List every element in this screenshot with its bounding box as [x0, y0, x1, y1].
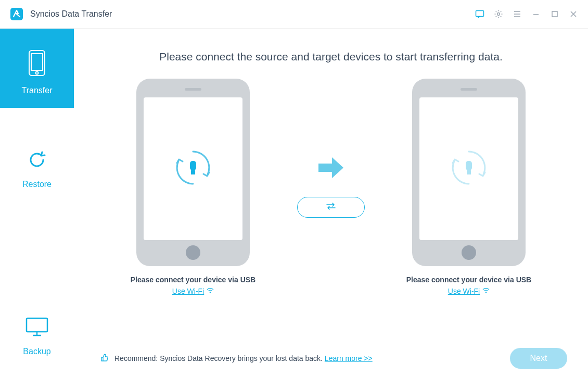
swap-icon [325, 202, 337, 213]
transfer-direction-arrow-icon [316, 156, 346, 181]
titlebar: Syncios Data Transfer [0, 0, 588, 29]
feedback-icon[interactable] [470, 5, 489, 23]
minimize-icon[interactable] [527, 5, 545, 23]
main-panel: Please connect the source and target dev… [74, 29, 588, 375]
swap-devices-button[interactable] [297, 197, 365, 218]
usb-plug-icon [173, 147, 213, 190]
settings-icon[interactable] [489, 5, 508, 23]
sidebar-item-backup[interactable]: Backup [0, 306, 74, 375]
maximize-icon[interactable] [545, 5, 564, 23]
footer: Recommend: Syncios Data Recovery brings … [74, 348, 588, 369]
recommend-text: Recommend: Syncios Data Recovery brings … [114, 354, 373, 362]
monitor-icon [25, 317, 49, 340]
sidebar: Transfer Restore Backup [0, 29, 74, 375]
thumbs-up-icon [100, 353, 109, 364]
svg-rect-7 [27, 318, 47, 332]
svg-rect-1 [476, 11, 484, 17]
target-phone-placeholder [412, 79, 526, 266]
app-logo-icon [9, 7, 24, 21]
close-icon[interactable] [564, 5, 583, 23]
sidebar-item-label: Transfer [22, 86, 53, 95]
sidebar-item-label: Restore [22, 180, 52, 189]
sidebar-item-label: Backup [23, 347, 50, 356]
target-instruction: Please connect your device via USB [406, 276, 531, 284]
source-instruction: Please connect your device via USB [131, 276, 255, 284]
phone-icon [28, 49, 46, 79]
svg-point-6 [36, 72, 39, 74]
svg-rect-9 [191, 170, 195, 174]
next-button[interactable]: Next [510, 348, 567, 369]
svg-rect-12 [467, 170, 471, 174]
menu-icon[interactable] [508, 5, 527, 23]
svg-rect-5 [31, 54, 43, 70]
target-device-column: Please connect your device via USB Use W… [388, 79, 549, 295]
target-wifi-link[interactable]: Use Wi-Fi [448, 287, 490, 295]
svg-point-10 [210, 292, 211, 293]
middle-column [295, 156, 367, 218]
svg-point-13 [485, 292, 487, 293]
usb-plug-icon [449, 147, 489, 190]
sidebar-item-transfer[interactable]: Transfer [0, 29, 74, 108]
source-phone-placeholder [136, 79, 250, 266]
source-device-column: Please connect your device via USB Use W… [112, 79, 274, 295]
app-title: Syncios Data Transfer [30, 9, 112, 19]
svg-rect-11 [466, 161, 472, 170]
svg-rect-3 [552, 11, 557, 17]
wifi-icon [482, 287, 490, 295]
source-wifi-link[interactable]: Use Wi-Fi [172, 287, 214, 295]
restore-icon [27, 149, 47, 172]
svg-point-2 [497, 13, 500, 16]
sidebar-item-restore[interactable]: Restore [0, 108, 74, 202]
page-headline: Please connect the source and target dev… [95, 51, 567, 63]
svg-rect-8 [190, 161, 196, 170]
wifi-icon [207, 287, 214, 295]
learn-more-link[interactable]: Learn more >> [325, 354, 373, 362]
